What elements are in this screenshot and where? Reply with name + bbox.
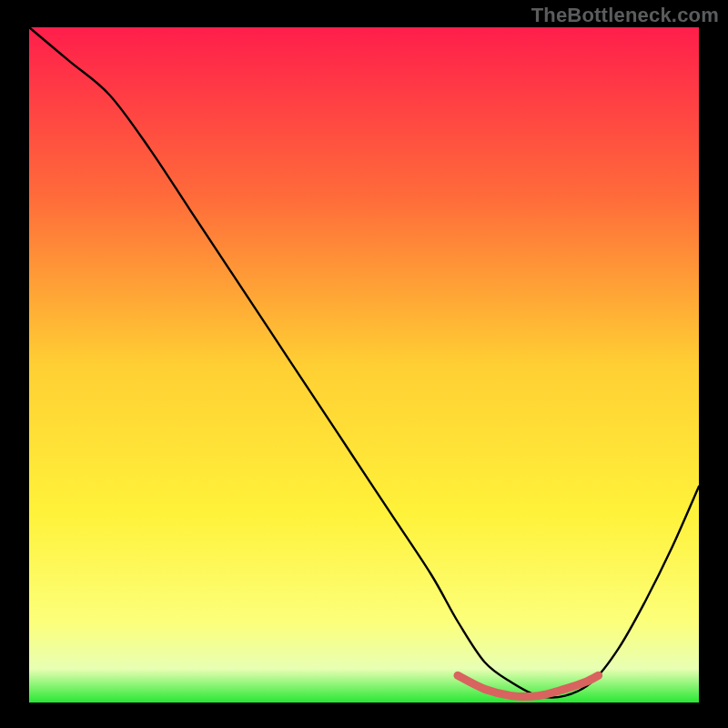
bottleneck-chart (0, 0, 728, 728)
chart-background-gradient (29, 27, 699, 703)
